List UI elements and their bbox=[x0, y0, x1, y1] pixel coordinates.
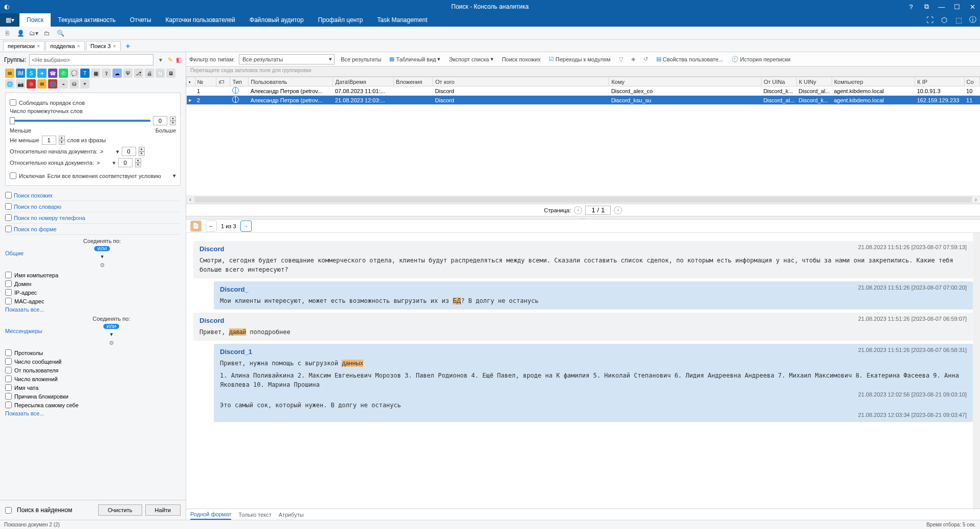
gen-mac[interactable]: MAC-адрес bbox=[0, 297, 186, 305]
find-similar-button[interactable]: Поиск похожих bbox=[500, 55, 543, 63]
docstart-val[interactable] bbox=[122, 147, 136, 156]
or-dd-2[interactable]: ▾ bbox=[110, 331, 113, 338]
clock-icon[interactable]: 🕘 bbox=[155, 69, 165, 78]
refresh-icon[interactable]: ↺ bbox=[641, 55, 650, 63]
share-icon[interactable]: ⇪ bbox=[102, 69, 111, 78]
de-down[interactable]: ▼ bbox=[135, 163, 141, 167]
im-msgc-chk[interactable] bbox=[5, 358, 12, 365]
im-proto-chk[interactable] bbox=[5, 349, 12, 356]
globe2-icon[interactable]: 🌐 bbox=[48, 79, 57, 89]
pager-next-icon[interactable]: › bbox=[614, 206, 622, 214]
excl-dd-icon[interactable]: ▾ bbox=[173, 172, 176, 179]
gap-up[interactable]: ▲ bbox=[170, 116, 176, 121]
preview-next-icon[interactable]: → bbox=[240, 221, 252, 232]
im-block[interactable]: Причина блокировки bbox=[0, 392, 186, 401]
col-date[interactable]: Дата\Время bbox=[333, 77, 393, 86]
inner-tab-0[interactable]: переписки× bbox=[3, 41, 44, 51]
groups-combo[interactable]: <Не выбрано> bbox=[29, 54, 153, 65]
folder-dropdown-icon[interactable]: 🗂▾ bbox=[29, 28, 39, 38]
ll-dictionary[interactable]: Поиск по словарю bbox=[5, 201, 181, 212]
preview-export-icon[interactable]: 📄 bbox=[190, 221, 202, 232]
tab-current-activity[interactable]: Текущая активность bbox=[51, 13, 123, 27]
minimize-icon[interactable]: — bbox=[934, 0, 949, 13]
im-attcount[interactable]: Число вложений bbox=[0, 374, 186, 383]
user-props-button[interactable]: ▤Свойства пользовате... bbox=[654, 55, 725, 63]
erase-icon[interactable]: ◧ bbox=[176, 56, 182, 63]
close-tab-2-icon[interactable]: × bbox=[113, 43, 116, 49]
min-input[interactable] bbox=[42, 136, 56, 145]
ftab-attrs[interactable]: Атрибуты bbox=[279, 510, 304, 519]
order-checkbox[interactable] bbox=[10, 99, 16, 106]
table-view-button[interactable]: ▦Табличный вид ▾ bbox=[387, 55, 442, 63]
cloud-icon[interactable]: ☁ bbox=[113, 69, 122, 78]
ds-up[interactable]: ▲ bbox=[139, 147, 145, 151]
docstart-op[interactable]: > bbox=[100, 148, 114, 155]
in-found-checkbox[interactable] bbox=[5, 507, 12, 514]
gear-icon-2[interactable]: ⚙ bbox=[109, 340, 114, 346]
telegram-icon[interactable]: ✈ bbox=[37, 69, 47, 78]
hex-icon[interactable]: ⬡ bbox=[937, 13, 951, 27]
device-icon[interactable]: ▦ bbox=[91, 69, 100, 78]
maximize-icon[interactable]: ☐ bbox=[949, 0, 965, 13]
im-proto[interactable]: Протоколы bbox=[0, 348, 186, 357]
de-up[interactable]: ▲ bbox=[135, 158, 141, 163]
monitor-icon[interactable]: 🖥 bbox=[166, 69, 175, 78]
print-icon[interactable]: 🖨 bbox=[145, 69, 154, 78]
hscroll-left-icon[interactable]: ‹ bbox=[186, 196, 194, 203]
teams-icon[interactable]: T bbox=[80, 69, 90, 78]
ds-down[interactable]: ▼ bbox=[139, 151, 145, 156]
gap-slider[interactable] bbox=[10, 120, 150, 122]
gen-pc[interactable]: Имя компьютера bbox=[0, 271, 186, 279]
or-badge[interactable]: ИЛИ bbox=[94, 246, 110, 251]
file-menu-button[interactable]: ▦▾ bbox=[0, 13, 19, 27]
ftab-text[interactable]: Только текст bbox=[238, 510, 272, 519]
tab-user-cards[interactable]: Карточки пользователей bbox=[159, 13, 242, 27]
find-button[interactable]: Найти bbox=[145, 504, 181, 516]
hscroll-track[interactable] bbox=[194, 196, 972, 203]
excl-combo[interactable]: Если все вложения соответствуют условию bbox=[48, 173, 170, 179]
close-tab-0-icon[interactable]: × bbox=[37, 43, 40, 49]
table-row[interactable]: 1Александр Петров (petrov...07.08.2023 1… bbox=[187, 86, 980, 96]
col-user[interactable]: Пользователь bbox=[249, 77, 333, 86]
col-att[interactable]: Вложения bbox=[393, 77, 433, 86]
im-ac-chk[interactable] bbox=[5, 376, 12, 382]
im-fu-chk[interactable] bbox=[5, 367, 12, 373]
gear-icon[interactable]: ⚙ bbox=[100, 262, 105, 269]
col-fuin[interactable]: От UINa bbox=[761, 77, 796, 86]
im-msgcount[interactable]: Число сообщений bbox=[0, 357, 186, 366]
inner-tab-1[interactable]: подделка× bbox=[46, 41, 84, 51]
user-icon[interactable]: 👤 bbox=[15, 28, 26, 38]
or-dd[interactable]: ▾ bbox=[101, 253, 104, 260]
splitter[interactable]: ····· bbox=[186, 216, 980, 219]
tab-file-auditor[interactable]: Файловый аудитор bbox=[242, 13, 311, 27]
chat-icon[interactable]: 💬 bbox=[70, 69, 79, 78]
export-button[interactable]: Экспорт списка ▾ bbox=[447, 55, 496, 63]
im-bl-chk[interactable] bbox=[5, 393, 12, 400]
gen-domain-chk[interactable] bbox=[5, 280, 12, 287]
arc-icon[interactable]: ⌖ bbox=[80, 79, 90, 89]
block-icon[interactable]: ⦸ bbox=[27, 79, 36, 89]
fullscreen-icon[interactable]: ⛶ bbox=[923, 13, 937, 27]
min-up[interactable]: ▲ bbox=[59, 136, 65, 140]
im-self[interactable]: Пересылка самому себе bbox=[0, 401, 186, 409]
col-from[interactable]: От кого bbox=[433, 77, 609, 86]
im-show-all[interactable]: Показать все... bbox=[0, 409, 186, 417]
tab-reports[interactable]: Отчеты bbox=[123, 13, 158, 27]
tree-icon[interactable]: ◈ bbox=[629, 55, 637, 63]
filter-icon[interactable]: ▽ bbox=[617, 55, 625, 63]
ll-phone[interactable]: Поиск по номеру телефона bbox=[5, 212, 181, 224]
db-icon[interactable]: ⛁ bbox=[70, 79, 79, 89]
gap-down[interactable]: ▼ bbox=[170, 121, 176, 125]
network-icon[interactable]: 🌐 bbox=[5, 79, 14, 89]
col-co[interactable]: Со bbox=[964, 77, 979, 86]
col-tuin[interactable]: К UINy bbox=[796, 77, 832, 86]
docend-op-dd[interactable]: ▾ bbox=[113, 160, 116, 166]
add-tab-button[interactable]: + bbox=[122, 40, 135, 52]
zoom-icon[interactable]: 🔍 bbox=[55, 28, 65, 38]
viber-icon[interactable]: ☎ bbox=[48, 69, 57, 78]
all-results-button[interactable]: Все результаты bbox=[339, 55, 383, 63]
preview-vscroll[interactable] bbox=[973, 233, 980, 509]
grid-hscroll[interactable]: ‹ › bbox=[186, 195, 980, 204]
branch-icon[interactable]: ⎇ bbox=[134, 69, 143, 78]
gen-ip-chk[interactable] bbox=[5, 289, 12, 296]
